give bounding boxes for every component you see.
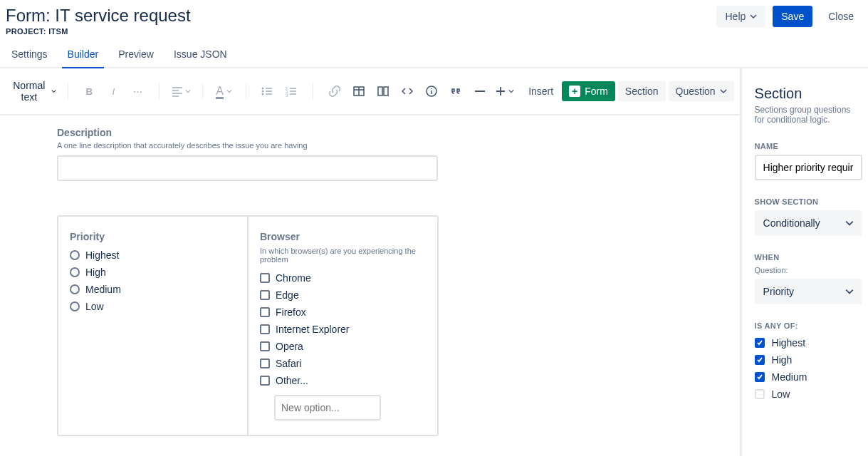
when-label: WHEN — [755, 253, 862, 262]
checkbox-icon — [755, 389, 765, 399]
help-button[interactable]: Help — [716, 6, 765, 27]
option-label: Low — [772, 388, 790, 400]
option-label: Highest — [85, 249, 119, 261]
text-color-button[interactable]: A — [213, 80, 236, 103]
bullet-list-icon — [261, 85, 273, 98]
show-section-select[interactable]: Conditionally — [755, 210, 862, 236]
project-line: PROJECT: ITSM — [6, 27, 191, 36]
browser-option[interactable]: Safari — [256, 355, 423, 372]
bullet-list-button[interactable] — [256, 80, 278, 103]
number-list-button[interactable]: 123 — [280, 80, 303, 103]
chevron-down-icon — [185, 88, 191, 94]
insert-form-button[interactable]: + Form — [562, 81, 615, 101]
info-button[interactable] — [420, 80, 443, 103]
checkbox-icon — [260, 273, 270, 283]
description-label: Description — [57, 127, 683, 138]
browser-option[interactable]: Opera — [256, 338, 423, 355]
add-button[interactable] — [493, 80, 516, 103]
info-icon — [425, 85, 438, 98]
insert-question-button[interactable]: Question — [669, 81, 734, 101]
checkbox-icon — [260, 341, 270, 351]
svg-text:3: 3 — [286, 93, 288, 98]
layout-icon — [377, 85, 389, 98]
tab-settings[interactable]: Settings — [6, 44, 53, 68]
option-label: Safari — [276, 358, 302, 369]
option-label: Opera — [276, 341, 303, 352]
browser-option[interactable]: Edge — [256, 287, 423, 304]
align-button[interactable] — [169, 80, 192, 103]
checkbox-icon — [755, 338, 765, 348]
save-button[interactable]: Save — [773, 6, 812, 27]
svg-point-1 — [262, 91, 264, 93]
tab-issue-json[interactable]: Issue JSON — [168, 44, 233, 68]
isanyof-option[interactable]: Medium — [755, 368, 862, 386]
chevron-down-icon — [845, 219, 854, 227]
tab-builder[interactable]: Builder — [62, 44, 105, 68]
text-style-select[interactable]: Normal text — [6, 76, 62, 107]
insert-label: Insert — [528, 86, 553, 97]
chevron-down-icon — [51, 88, 56, 95]
option-label: High — [85, 267, 106, 278]
number-list-icon: 123 — [285, 85, 298, 98]
close-button[interactable]: Close — [820, 6, 862, 27]
browser-label: Browser — [256, 231, 423, 242]
description-help: A one line description that accurately d… — [57, 141, 683, 150]
name-input[interactable] — [755, 155, 862, 180]
form-plus-icon: + — [569, 86, 580, 97]
browser-option[interactable]: Chrome — [256, 269, 423, 287]
option-label: Chrome — [276, 272, 311, 284]
bold-button[interactable]: B — [78, 80, 100, 103]
question-select[interactable]: Priority — [755, 279, 862, 304]
checkbox-icon — [260, 376, 270, 386]
is-any-of-label: IS ANY OF: — [755, 321, 862, 330]
priority-option[interactable]: Medium — [66, 281, 233, 298]
option-label: Firefox — [276, 306, 306, 318]
new-option-input[interactable] — [274, 395, 381, 421]
checkbox-icon — [260, 307, 270, 317]
link-button[interactable] — [323, 80, 346, 103]
option-label: Internet Explorer — [276, 324, 350, 335]
priority-option[interactable]: Low — [66, 298, 233, 315]
radio-icon — [70, 301, 80, 311]
question-sublabel: Question: — [755, 266, 862, 274]
divider-button[interactable] — [469, 80, 491, 103]
quote-button[interactable] — [444, 80, 467, 103]
browser-option[interactable]: Other... — [256, 372, 423, 389]
toolbar: Normal text B I ⋯ A — [0, 68, 740, 115]
svg-rect-8 — [384, 87, 388, 96]
option-label: Edge — [276, 289, 299, 301]
browser-option[interactable]: Internet Explorer — [256, 321, 423, 338]
divider-icon — [474, 85, 486, 98]
svg-rect-7 — [378, 87, 382, 96]
isanyof-option[interactable]: Highest — [755, 334, 862, 351]
italic-button[interactable]: I — [102, 80, 125, 103]
insert-section-button[interactable]: Section — [618, 81, 666, 101]
checkbox-icon — [755, 372, 765, 382]
isanyof-option[interactable]: Low — [755, 386, 862, 403]
table-button[interactable] — [347, 80, 370, 103]
more-format-button[interactable]: ⋯ — [126, 80, 149, 103]
code-button[interactable] — [396, 80, 419, 103]
description-input[interactable] — [57, 155, 438, 181]
svg-point-2 — [262, 93, 264, 96]
layout-button[interactable] — [372, 80, 394, 103]
show-section-label: SHOW SECTION — [755, 197, 862, 206]
checkbox-icon — [260, 290, 270, 300]
priority-option[interactable]: Highest — [66, 247, 233, 264]
checkbox-icon — [755, 355, 765, 365]
quote-icon — [449, 85, 462, 98]
tab-preview[interactable]: Preview — [113, 44, 160, 68]
checkbox-icon — [260, 324, 270, 334]
option-label: Low — [85, 301, 104, 312]
plus-icon — [494, 85, 507, 98]
page-title: Form: IT service request — [6, 6, 191, 26]
checkbox-icon — [260, 359, 270, 368]
align-left-icon — [171, 85, 184, 98]
priority-option[interactable]: High — [66, 264, 233, 281]
chevron-down-icon — [845, 287, 854, 296]
isanyof-option[interactable]: High — [755, 351, 862, 368]
chevron-down-icon — [720, 88, 727, 95]
browser-option[interactable]: Firefox — [256, 304, 423, 321]
option-label: Medium — [85, 284, 121, 295]
option-label: Highest — [772, 337, 805, 349]
